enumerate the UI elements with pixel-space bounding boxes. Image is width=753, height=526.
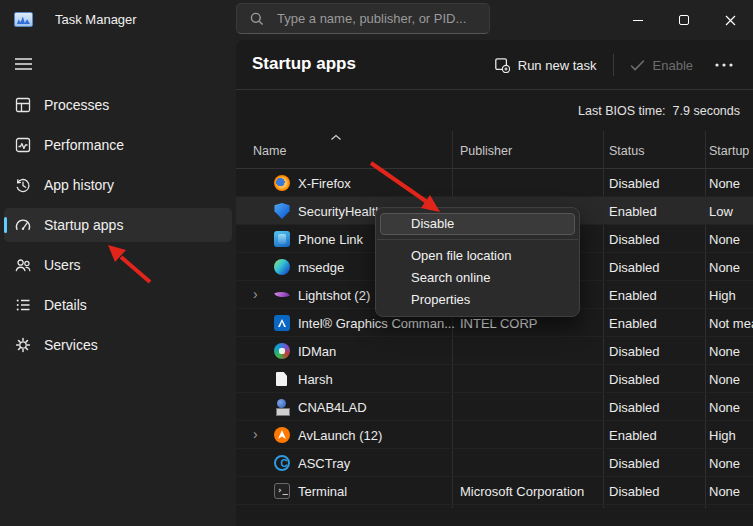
firefox-icon [274,175,290,191]
window-title: Task Manager [55,12,137,27]
app-startup-impact: Not measured [709,316,753,331]
context-menu-item-search-online[interactable]: Search online [376,267,579,289]
sidebar-item-app-history[interactable]: App history [4,168,232,202]
security-shield-icon [274,203,290,219]
sidebar-item-label: Users [44,257,81,273]
table-row[interactable]: IDMan Disabled None [236,337,753,365]
app-name: IDMan [298,344,336,359]
enable-label: Enable [653,58,693,73]
table-row[interactable]: › AvLaunch (12) Enabled High [236,421,753,449]
search-bar[interactable] [236,3,490,34]
sidebar-item-label: Performance [44,137,124,153]
close-button[interactable] [707,0,753,40]
app-status: Disabled [609,372,660,387]
idman-icon [274,343,290,359]
app-publisher: Microsoft Corporation [460,484,584,499]
app-startup-impact: None [709,344,740,359]
selected-indicator [4,217,7,233]
app-startup-impact: None [709,484,740,499]
more-options-button[interactable] [703,57,745,73]
context-menu: Disable Open file location Search online… [375,207,580,317]
app-startup-impact: None [709,456,740,471]
task-manager-window: { "window": { "title": "Task Manager" },… [0,0,753,526]
minimize-icon [633,20,643,21]
sort-ascending-icon [330,134,342,141]
expand-chevron-icon[interactable]: › [253,286,258,302]
app-name: SecurityHealth [298,204,383,219]
legacy-app-icon [274,399,290,415]
users-icon [14,256,32,274]
app-status: Enabled [609,428,657,443]
table-row[interactable]: X-Firefox Disabled None [236,169,753,197]
app-name: Terminal [298,484,347,499]
context-menu-item-disable[interactable]: Disable [380,213,575,235]
run-new-task-button[interactable]: Run new task [484,51,607,79]
expand-chevron-icon[interactable]: › [253,426,258,442]
sidebar-item-label: Details [44,297,87,313]
last-bios-time: Last BIOS time:7.9 seconds [578,104,740,118]
app-name: Harsh [298,372,333,387]
app-status: Disabled [609,260,660,275]
app-startup-impact: None [709,232,740,247]
app-startup-impact: High [709,428,736,443]
sidebar-item-services[interactable]: Services [4,328,232,362]
sidebar: Processes Performance App history [0,40,236,526]
sidebar-item-details[interactable]: Details [4,288,232,322]
column-header-publisher[interactable]: Publisher [460,144,512,158]
maximize-icon [679,15,689,25]
app-name: CNAB4LAD [298,400,367,415]
app-name: ASCTray [298,456,350,471]
app-history-icon [14,176,32,194]
page-title: Startup apps [252,54,356,74]
sidebar-item-label: Services [44,337,98,353]
navigation-menu-button[interactable] [12,54,34,74]
table-row[interactable]: CNAB4LAD Disabled None [236,393,753,421]
app-startup-impact: Low [709,204,733,219]
window-controls [615,0,753,40]
app-startup-impact: None [709,260,740,275]
context-menu-item-properties[interactable]: Properties [376,289,579,311]
edge-icon [274,259,290,275]
context-menu-item-open-file-location[interactable]: Open file location [376,245,579,267]
titlebar: Task Manager [0,0,753,40]
run-new-task-label: Run new task [518,58,597,73]
column-header-status[interactable]: Status [609,144,644,158]
hamburger-icon [14,57,33,71]
table-row[interactable]: Terminal Microsoft Corporation Disabled … [236,477,753,505]
app-startup-impact: None [709,372,740,387]
sidebar-item-performance[interactable]: Performance [4,128,232,162]
search-input[interactable] [237,4,489,33]
minimize-button[interactable] [615,0,661,40]
sidebar-item-label: Startup apps [44,217,123,233]
details-icon [14,296,32,314]
new-task-icon [494,57,510,73]
app-startup-impact: None [709,176,740,191]
app-name: Phone Link [298,232,363,247]
column-header-name[interactable]: Name [253,144,286,158]
task-manager-logo-icon [14,12,33,27]
app-name: AvLaunch (12) [298,428,382,443]
app-status: Enabled [609,316,657,331]
sidebar-item-label: App history [44,177,114,193]
app-name: X-Firefox [298,176,351,191]
header-actions: Run new task Enable [484,50,745,80]
sidebar-item-users[interactable]: Users [4,248,232,282]
sidebar-item-label: Processes [44,97,109,113]
table-row[interactable]: Harsh Disabled None [236,365,753,393]
sidebar-item-processes[interactable]: Processes [4,88,232,122]
app-status: Disabled [609,400,660,415]
app-status: Enabled [609,288,657,303]
asc-tray-icon [274,455,290,471]
app-startup-impact: None [709,400,740,415]
app-status: Disabled [609,484,660,499]
app-publisher: INTEL CORP [460,316,538,331]
column-header-startup-impact[interactable]: Startup impact [709,144,753,158]
document-icon [274,371,290,387]
enable-button[interactable]: Enable [620,52,703,79]
sidebar-item-startup-apps[interactable]: Startup apps [4,208,232,242]
app-status: Disabled [609,344,660,359]
intel-icon [274,315,290,331]
last-bios-time-label: Last BIOS time: [578,104,666,118]
table-row[interactable]: ASCTray Disabled None [236,449,753,477]
maximize-button[interactable] [661,0,707,40]
